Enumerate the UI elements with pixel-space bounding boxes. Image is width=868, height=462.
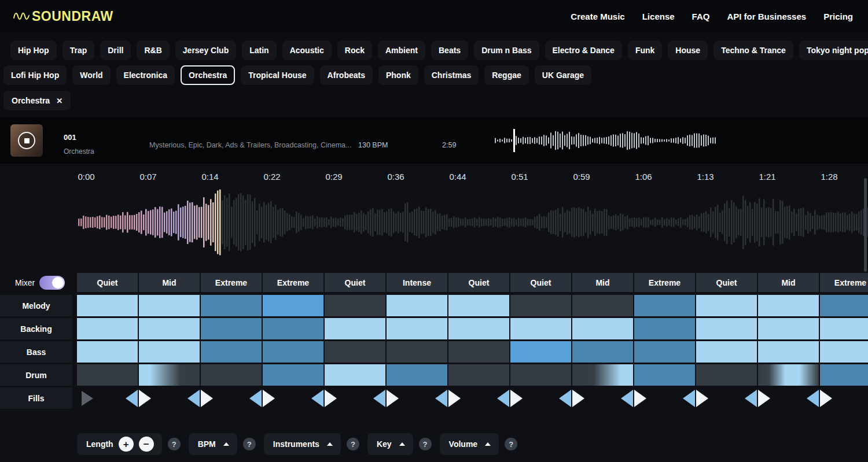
genre-pill[interactable]: Reggae	[484, 65, 529, 85]
segment-cell[interactable]	[201, 318, 262, 339]
fill-marker[interactable]	[249, 390, 275, 407]
genre-pill[interactable]: R&B	[137, 40, 169, 60]
segment-cell[interactable]	[325, 318, 385, 339]
genre-pill[interactable]: Tokyo night pop	[799, 40, 868, 60]
energy-label[interactable]: Quiet	[325, 273, 385, 292]
segment-cell[interactable]	[77, 364, 138, 386]
bpm-control[interactable]: BPM	[189, 433, 237, 455]
segment-cell[interactable]	[139, 341, 200, 363]
instruments-help-icon[interactable]: ?	[347, 438, 359, 450]
segment-cell[interactable]	[448, 295, 509, 316]
segment-cell[interactable]	[263, 341, 323, 363]
instruments-control[interactable]: Instruments	[264, 433, 341, 455]
segment-cell[interactable]	[634, 341, 695, 363]
segment-cell[interactable]	[572, 295, 633, 316]
energy-label[interactable]: Extreme	[263, 273, 323, 292]
segment-cell[interactable]	[139, 318, 200, 339]
segment-cell[interactable]	[510, 295, 571, 316]
genre-pill[interactable]: Christmas	[424, 65, 479, 85]
player-waveform[interactable]	[495, 129, 717, 152]
fill-marker[interactable]	[311, 390, 337, 407]
energy-label[interactable]: Extreme	[634, 273, 695, 292]
energy-label[interactable]: Extreme	[820, 273, 868, 292]
key-control[interactable]: Key	[367, 433, 413, 455]
segment-cell[interactable]	[510, 318, 571, 339]
segment-cell[interactable]	[696, 295, 757, 316]
segment-cell[interactable]	[820, 295, 868, 316]
genre-pill[interactable]: Techno & Trance	[713, 40, 793, 60]
segment-cell[interactable]	[325, 295, 385, 316]
track-thumbnail[interactable]	[10, 124, 43, 157]
fill-marker[interactable]	[187, 390, 213, 407]
nav-item[interactable]: API for Businesses	[727, 12, 806, 21]
length-help-icon[interactable]: ?	[168, 438, 181, 450]
length-control[interactable]: Length + −	[77, 433, 162, 455]
segment-cell[interactable]	[634, 295, 695, 316]
segment-cell[interactable]	[572, 364, 633, 386]
energy-label[interactable]: Quiet	[77, 273, 138, 292]
genre-pill[interactable]: Latin	[242, 40, 276, 60]
segment-cell[interactable]	[325, 364, 385, 386]
segment-cell[interactable]	[510, 341, 571, 363]
genre-pill[interactable]: Lofi Hip Hop	[3, 65, 67, 85]
genre-pill[interactable]: Drill	[100, 40, 131, 60]
segment-cell[interactable]	[387, 318, 447, 339]
segment-cell[interactable]	[77, 318, 138, 339]
segment-cell[interactable]	[758, 364, 819, 386]
bpm-help-icon[interactable]: ?	[243, 438, 256, 450]
segment-cell[interactable]	[263, 318, 323, 339]
fill-marker[interactable]	[807, 390, 832, 407]
key-help-icon[interactable]: ?	[419, 438, 432, 450]
fill-marker[interactable]	[559, 390, 584, 407]
segment-cell[interactable]	[325, 341, 385, 363]
energy-label[interactable]: Intense	[387, 273, 447, 292]
genre-pill[interactable]: Phonk	[378, 65, 418, 85]
segment-cell[interactable]	[820, 341, 868, 363]
segment-cell[interactable]	[634, 364, 695, 386]
segment-cell[interactable]	[696, 341, 757, 363]
fill-marker[interactable]	[373, 390, 399, 407]
logo[interactable]: SOUNDRAW	[13, 9, 113, 24]
selected-genre-chip[interactable]: Orchestra ✕	[3, 91, 71, 110]
segment-cell[interactable]	[77, 295, 138, 316]
segment-cell[interactable]	[77, 341, 138, 363]
genre-pill[interactable]: Electronica	[116, 65, 175, 85]
segment-cell[interactable]	[572, 341, 633, 363]
volume-help-icon[interactable]: ?	[505, 438, 517, 450]
segment-cell[interactable]	[201, 295, 262, 316]
segment-cell[interactable]	[387, 341, 447, 363]
main-waveform[interactable]	[0, 189, 868, 256]
segment-cell[interactable]	[820, 318, 868, 339]
segment-cell[interactable]	[448, 364, 509, 386]
genre-pill[interactable]: Electro & Dance	[545, 40, 622, 60]
length-increase-button[interactable]: +	[119, 437, 134, 452]
nav-item[interactable]: Create Music	[571, 12, 624, 21]
energy-label[interactable]: Quiet	[696, 273, 757, 292]
nav-item[interactable]: License	[642, 12, 675, 21]
scrollbar[interactable]	[864, 178, 867, 272]
fill-marker[interactable]	[621, 390, 646, 407]
segment-cell[interactable]	[758, 318, 819, 339]
nav-item[interactable]: Pricing	[823, 12, 853, 21]
genre-pill[interactable]: House	[668, 40, 708, 60]
genre-pill[interactable]: Acoustic	[282, 40, 332, 60]
segment-cell[interactable]	[758, 341, 819, 363]
energy-label[interactable]: Quiet	[448, 273, 509, 292]
segment-cell[interactable]	[696, 364, 757, 386]
volume-control[interactable]: Volume	[440, 433, 499, 455]
genre-pill[interactable]: UK Garage	[535, 65, 591, 85]
segment-cell[interactable]	[263, 364, 323, 386]
stop-button[interactable]	[18, 132, 35, 149]
genre-pill[interactable]: Trap	[62, 40, 95, 60]
genre-pill[interactable]: Orchestra	[181, 65, 235, 85]
energy-label[interactable]: Extreme	[201, 273, 262, 292]
segment-cell[interactable]	[820, 364, 868, 386]
segment-cell[interactable]	[263, 295, 323, 316]
genre-pill[interactable]: Beats	[431, 40, 468, 60]
segment-cell[interactable]	[510, 364, 571, 386]
segment-cell[interactable]	[139, 295, 200, 316]
genre-pill[interactable]: Ambient	[378, 40, 425, 60]
segment-cell[interactable]	[696, 318, 757, 339]
nav-item[interactable]: FAQ	[692, 12, 710, 21]
segment-cell[interactable]	[139, 364, 200, 386]
